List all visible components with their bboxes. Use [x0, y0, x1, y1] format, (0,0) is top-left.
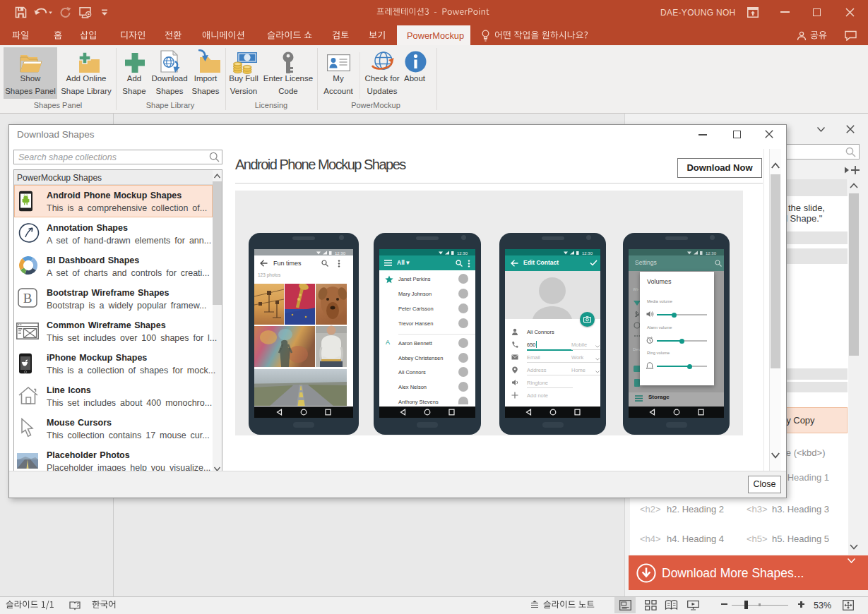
svg-text:12:30: 12:30 [457, 251, 468, 255]
svg-text:B: B [23, 291, 32, 306]
svg-text:12:30: 12:30 [706, 251, 717, 255]
svg-text:12:30: 12:30 [335, 251, 346, 255]
svg-text:Wi-: Wi- [633, 287, 639, 291]
svg-text:12:30: 12:30 [582, 251, 593, 255]
